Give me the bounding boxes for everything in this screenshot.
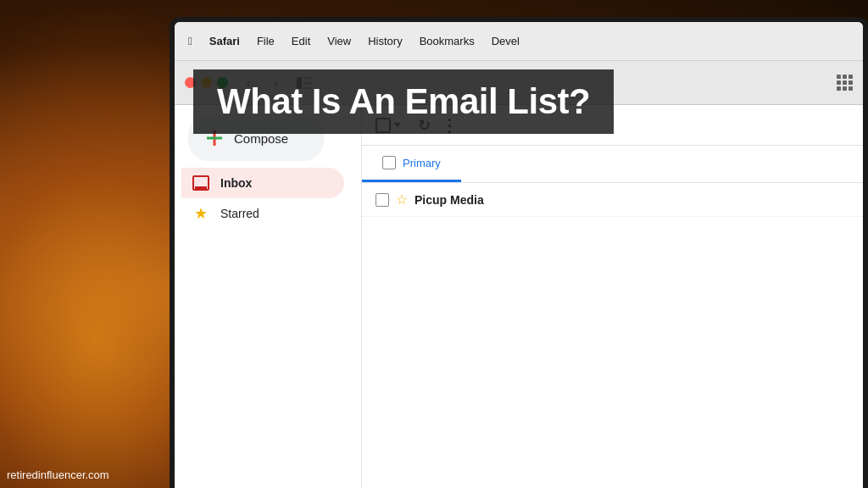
- attribution-url: retiredinfluencer.com: [7, 469, 109, 481]
- email-sender: Picup Media: [415, 193, 533, 207]
- starred-label: Starred: [220, 207, 259, 220]
- browser-content: Compose Inbox ★ Starred: [175, 105, 863, 488]
- email-checkbox[interactable]: [376, 193, 389, 207]
- macos-menubar:  Safari File Edit View History Bookmark…: [175, 22, 863, 61]
- primary-tab-checkbox[interactable]: [382, 156, 396, 169]
- category-tabs-bar: Primary: [362, 146, 863, 183]
- primary-tab-label: Primary: [403, 157, 441, 169]
- title-box: What Is An Email List?: [193, 69, 614, 134]
- email-row[interactable]: ☆ Picup Media: [362, 183, 863, 217]
- sidebar-item-starred[interactable]: ★ Starred: [181, 198, 344, 229]
- gmail-sidebar: Compose Inbox ★ Starred: [175, 105, 361, 488]
- view-menu[interactable]: View: [327, 35, 351, 47]
- safari-menu[interactable]: Safari: [209, 35, 240, 47]
- apple-menu[interactable]: : [188, 35, 192, 47]
- edit-menu[interactable]: Edit: [292, 35, 310, 47]
- email-star-icon[interactable]: ☆: [396, 191, 408, 208]
- title-overlay: What Is An Email List?: [176, 69, 868, 134]
- develop-menu[interactable]: Devel: [492, 35, 520, 47]
- page-title: What Is An Email List?: [217, 81, 590, 121]
- tab-primary[interactable]: Primary: [362, 146, 461, 182]
- inbox-icon: [192, 175, 210, 191]
- bookmarks-menu[interactable]: Bookmarks: [420, 35, 475, 47]
- star-icon: ★: [192, 204, 210, 223]
- gmail-main: ↻ ⋮ Primary ☆ Picup Media: [361, 105, 863, 488]
- sidebar-item-inbox[interactable]: Inbox: [181, 168, 344, 198]
- history-menu[interactable]: History: [368, 35, 402, 47]
- inbox-label: Inbox: [220, 176, 252, 190]
- file-menu[interactable]: File: [257, 35, 275, 47]
